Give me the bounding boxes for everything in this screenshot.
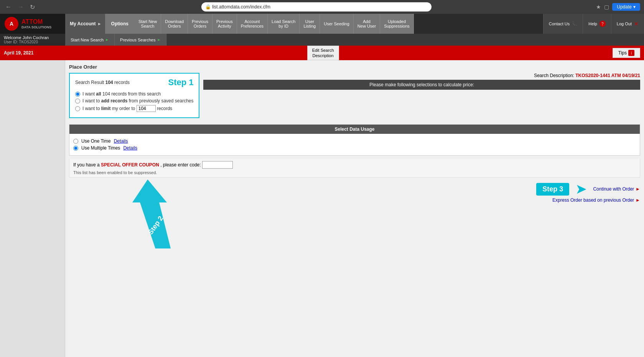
star-icon[interactable]: ★ — [596, 4, 601, 10]
coupon-section: If you have a SPECIAL OFFER COUPON , ple… — [69, 159, 640, 178]
order-actions-area: Step 3 ➤ Continue with Order ► Express O… — [69, 181, 640, 203]
red-bar: April 19, 2021 Edit SearchDescription Ti… — [0, 46, 644, 60]
svg-text:Step 2: Step 2 — [147, 215, 165, 236]
selections-bar: Please make following selections to calc… — [203, 80, 640, 90]
step1-header: Search Result 104 records Step 1 — [75, 77, 193, 87]
radio-all-records[interactable]: I want all 104 records from this search — [75, 91, 193, 97]
browser-chrome: ← → ↻ 🔒 list.attomdata.com/index.cfm ★ ▢… — [0, 0, 644, 14]
back-button[interactable]: ← — [4, 3, 13, 11]
nav-item-user-seeding[interactable]: User Seeding — [320, 14, 354, 34]
data-usage-multiple-times-radio[interactable] — [73, 146, 78, 151]
contact-us-button[interactable]: Contact Us 📞 — [543, 14, 583, 34]
start-new-search-arrow-icon: ► — [105, 38, 109, 42]
extensions-icon[interactable]: ▢ — [604, 4, 609, 10]
nav-item-start-new-search[interactable]: Start NewSearch — [135, 14, 161, 34]
nav-right: Contact Us 📞 Help ? Log Out ✕ — [543, 14, 644, 34]
nav-options-expanded: Options Start NewSearch DownloadOrders P… — [105, 14, 414, 34]
limit-records-input[interactable] — [137, 105, 156, 112]
address-bar[interactable]: 🔒 list.attomdata.com/index.cfm — [201, 2, 432, 12]
app-wrapper: A ATTOM DATA SOLUTIONS My Account Option… — [0, 14, 644, 357]
one-time-details-link[interactable]: Details — [114, 138, 128, 144]
order-actions: Step 3 ➤ Continue with Order ► Express O… — [69, 181, 640, 203]
options-tab[interactable]: Options — [105, 14, 135, 34]
radio-all-records-input[interactable] — [75, 92, 80, 97]
express-order-arrow-icon: ► — [636, 197, 640, 203]
nav-item-account-preferences[interactable]: AccountPreferences — [237, 14, 268, 34]
radio-limit-records[interactable]: I want to limit my order to records — [75, 105, 193, 112]
continue-order-arrow-icon: ► — [636, 186, 640, 192]
sidebar — [0, 60, 65, 357]
nav-item-previous-activity[interactable]: PreviousActivity — [212, 14, 237, 34]
date-label: April 19, 2021 — [4, 50, 33, 56]
search-result-label: Search Result 104 records — [75, 80, 130, 85]
top-nav: A ATTOM DATA SOLUTIONS My Account Option… — [0, 14, 644, 34]
sub-nav-items: Start New Search ► Previous Searches ► — [65, 34, 166, 46]
nav-item-uploaded-suppressions[interactable]: UploadedSuppressions — [380, 14, 414, 34]
main-content: Place Order Search Result 104 records St… — [0, 60, 644, 357]
sub-nav-left: Welcome John Cochran User ID: TKOS2020 — [0, 34, 65, 46]
radio-limit-records-input[interactable] — [75, 106, 80, 111]
tips-button[interactable]: Tips i — [613, 48, 640, 58]
help-button[interactable]: Help ? — [583, 14, 611, 34]
radio-add-records[interactable]: I want to add records from previously sa… — [75, 98, 193, 104]
continue-with-order-link[interactable]: Continue with Order ► — [593, 186, 640, 192]
edit-search-description-button[interactable]: Edit SearchDescription — [307, 46, 339, 61]
sub-nav-previous-searches[interactable]: Previous Searches ► — [115, 34, 166, 46]
search-description-bar: Search Description: TKOS2020-1441 ATM 04… — [203, 73, 640, 78]
data-usage-multiple-times: Use Multiple Times Details — [73, 145, 636, 151]
step1-label: Step 1 — [168, 77, 193, 87]
radio-add-records-input[interactable] — [75, 99, 80, 104]
red-bar-center: Edit SearchDescription — [307, 46, 339, 61]
forward-button[interactable]: → — [16, 3, 25, 11]
nav-item-add-new-user[interactable]: AddNew User — [354, 14, 380, 34]
right-info-panel: Search Description: TKOS2020-1441 ATM 04… — [203, 73, 640, 90]
logo-text: ATTOM DATA SOLUTIONS — [21, 18, 51, 30]
update-button[interactable]: Update ▾ — [612, 3, 640, 11]
step3-label: Step 3 — [536, 183, 569, 196]
sub-nav: Welcome John Cochran User ID: TKOS2020 S… — [0, 34, 644, 46]
refresh-button[interactable]: ↻ — [28, 3, 36, 12]
attom-logo-icon: A — [4, 16, 19, 31]
suppression-text: This list has been enabled to be suppres… — [73, 170, 636, 175]
coupon-code-input[interactable] — [202, 161, 233, 169]
data-usage-one-time-radio[interactable] — [73, 139, 78, 144]
logo-area: A ATTOM DATA SOLUTIONS — [0, 14, 65, 34]
sub-nav-start-new-search[interactable]: Start New Search ► — [65, 34, 115, 46]
step3-arrow-icon: ➤ — [575, 182, 587, 196]
step3-container: Step 3 ➤ Continue with Order ► — [536, 182, 640, 196]
help-icon: ? — [600, 21, 606, 27]
dropdown-arrow-icon: ▾ — [633, 4, 636, 10]
nav-item-load-search-by-id[interactable]: Load Searchby ID — [268, 14, 300, 34]
coupon-row: If you have a SPECIAL OFFER COUPON , ple… — [73, 161, 636, 169]
tips-icon: i — [628, 50, 634, 56]
place-order-title: Place Order — [69, 64, 640, 70]
content-area: Place Order Search Result 104 records St… — [65, 60, 644, 357]
nav-account[interactable]: My Account — [65, 14, 105, 34]
data-usage-body: Use One Time Details Use Multiple Times … — [69, 134, 640, 155]
phone-icon: 📞 — [572, 21, 577, 26]
express-order-link[interactable]: Express Order based on previous Order ► — [552, 197, 640, 203]
nav-main: My Account Options Start NewSearch Downl… — [65, 14, 644, 34]
svg-text:A: A — [10, 21, 13, 27]
logout-icon: ✕ — [634, 21, 639, 27]
nav-item-download-orders[interactable]: DownloadOrders — [161, 14, 188, 34]
multiple-times-details-link[interactable]: Details — [123, 145, 137, 151]
log-out-button[interactable]: Log Out ✕ — [611, 14, 644, 34]
data-usage-section: Select Data Usage Use One Time Details U… — [69, 124, 640, 156]
browser-icons: ★ ▢ Update ▾ — [596, 3, 640, 11]
data-usage-one-time: Use One Time Details — [73, 138, 636, 144]
nav-item-user-listing[interactable]: UserListing — [300, 14, 320, 34]
nav-item-previous-orders[interactable]: PreviousOrders — [188, 14, 212, 34]
previous-searches-arrow-icon: ► — [157, 38, 161, 42]
data-usage-header: Select Data Usage — [69, 125, 640, 134]
step1-box: Search Result 104 records Step 1 I want … — [69, 73, 199, 118]
